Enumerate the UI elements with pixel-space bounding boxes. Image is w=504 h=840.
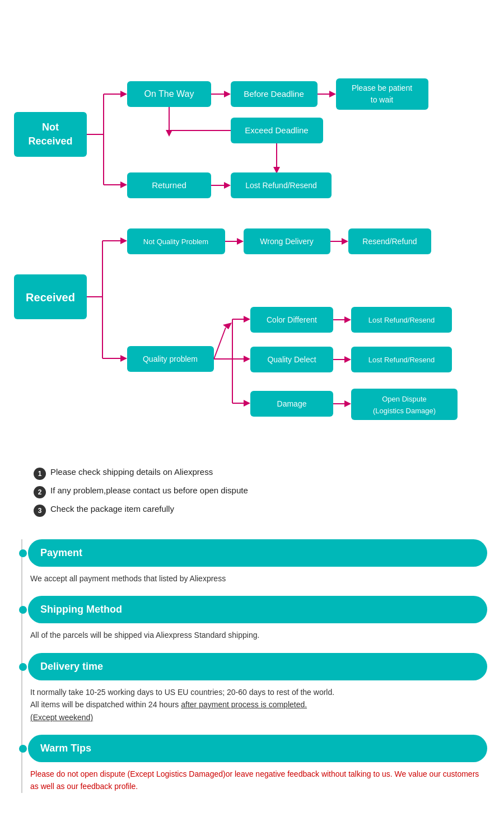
svg-marker-69	[244, 356, 250, 362]
svg-text:to wait: to wait	[371, 95, 394, 104]
svg-marker-32	[224, 182, 231, 189]
payment-block: Payment We accept all payment methods th…	[28, 539, 487, 585]
svg-line-56	[214, 328, 226, 359]
svg-text:Exceed Deadline: Exceed Deadline	[245, 125, 308, 135]
svg-marker-65	[344, 316, 351, 323]
notes-section: 1 Please check shipping details on Aliex…	[0, 461, 504, 539]
shipping-block: Shipping Method All of the parcels will …	[28, 596, 487, 641]
svg-marker-61	[244, 316, 250, 323]
svg-text:Resend/Refund: Resend/Refund	[362, 237, 417, 246]
note-text-2: If any problem,please contact us before …	[50, 486, 248, 495]
svg-marker-40	[120, 237, 127, 244]
delivery-body: It normally take 10-25 working days to U…	[28, 686, 487, 724]
svg-marker-73	[344, 356, 351, 363]
note-2: 2 If any problem,please contact us befor…	[34, 486, 482, 498]
svg-marker-77	[244, 400, 250, 407]
warm-tips-header: Warm Tips	[28, 735, 487, 762]
svg-text:Please be patient: Please be patient	[352, 83, 412, 92]
svg-marker-6	[120, 91, 127, 97]
svg-marker-28	[120, 181, 127, 188]
svg-text:Lost Refund/Resend: Lost Refund/Resend	[368, 356, 435, 364]
delivery-block: Delivery time It normally take 10-25 wor…	[28, 653, 487, 724]
payment-body: We accept all payment methods that liste…	[28, 572, 487, 585]
svg-text:Received: Received	[26, 291, 75, 304]
svg-rect-82	[351, 389, 458, 420]
svg-marker-48	[342, 238, 348, 245]
svg-marker-53	[120, 355, 127, 362]
svg-text:Quality Delect: Quality Delect	[267, 355, 316, 364]
warm-tips-block: Warm Tips Please do not open dispute (Ex…	[28, 735, 487, 793]
svg-marker-57	[223, 323, 232, 329]
shipping-header: Shipping Method	[28, 596, 487, 623]
warm-tips-dot	[19, 745, 27, 753]
note-text-1: Please check shipping details on Aliexpr…	[50, 467, 213, 477]
note-1: 1 Please check shipping details on Aliex…	[34, 467, 482, 480]
flowchart-section: Not Received On The Way Before Deadline …	[0, 0, 504, 461]
svg-text:Wrong Delivery: Wrong Delivery	[260, 237, 313, 246]
note-number-2: 2	[34, 486, 46, 498]
svg-text:Received: Received	[28, 136, 72, 147]
svg-rect-0	[14, 112, 87, 157]
svg-text:On The Way: On The Way	[144, 89, 194, 99]
svg-text:Lost Refund/Resend: Lost Refund/Resend	[245, 181, 317, 190]
svg-text:(Logistics Damage): (Logistics Damage)	[373, 407, 436, 415]
svg-marker-44	[237, 238, 244, 245]
svg-text:Quality problem: Quality problem	[143, 354, 198, 363]
flowchart-svg: Not Received On The Way Before Deadline …	[11, 22, 493, 448]
shipping-dot	[19, 606, 27, 614]
note-number-1: 1	[34, 468, 46, 480]
note-number-3: 3	[34, 505, 46, 517]
note-text-3: Check the package item carefully	[50, 504, 174, 514]
delivery-dot	[19, 663, 27, 671]
info-section: Payment We accept all payment methods th…	[0, 539, 504, 793]
svg-text:Color Different: Color Different	[267, 315, 317, 324]
payment-header: Payment	[28, 539, 487, 567]
delivery-header: Delivery time	[28, 653, 487, 680]
shipping-body: All of the parcels will be shipped via A…	[28, 629, 487, 641]
payment-dot	[19, 549, 27, 557]
svg-marker-81	[344, 400, 351, 407]
svg-text:Returned: Returned	[152, 180, 186, 190]
note-3: 3 Check the package item carefully	[34, 504, 482, 517]
svg-text:Before Deadline: Before Deadline	[244, 89, 304, 99]
svg-text:Open Dispute: Open Dispute	[382, 395, 427, 403]
svg-text:Lost Refund/Resend: Lost Refund/Resend	[368, 316, 435, 324]
info-timeline: Payment We accept all payment methods th…	[17, 539, 487, 793]
svg-marker-14	[329, 91, 336, 97]
warm-tips-body: Please do not open dispute (Except Logis…	[28, 768, 487, 793]
svg-text:Not Quality Problem: Not Quality Problem	[143, 237, 208, 246]
svg-marker-10	[224, 91, 231, 97]
svg-text:Damage: Damage	[277, 399, 307, 408]
svg-text:Not: Not	[42, 122, 59, 133]
